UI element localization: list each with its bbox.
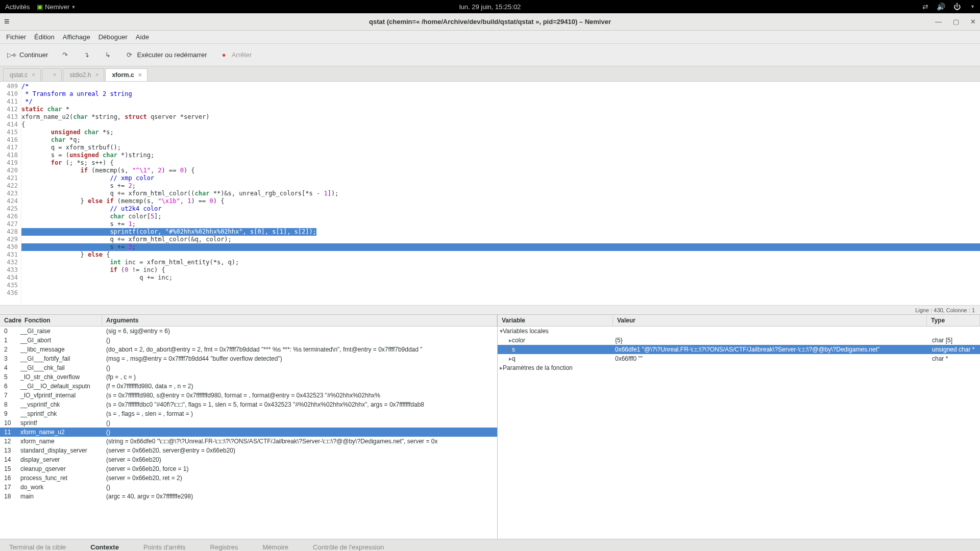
- stack-frame[interactable]: 13standard_display_server(server = 0x66e…: [0, 446, 497, 455]
- line-gutter: 4094104114124134144154164174184194204214…: [0, 82, 21, 305]
- step-into-icon: ↴: [82, 51, 91, 60]
- minimize-button[interactable]: —: [935, 18, 942, 26]
- stack-frame[interactable]: 17do_work(): [0, 483, 497, 492]
- continue-button[interactable]: ▷⎆Continuer: [4, 48, 51, 62]
- chevron-down-icon: ▼: [71, 5, 76, 10]
- stack-frame[interactable]: 4__GI___chk_fail(): [0, 363, 497, 372]
- menu-aide[interactable]: Aide: [133, 32, 152, 42]
- stack-frame[interactable]: 5_IO_str_chk_overflow(fp = , c = ): [0, 372, 497, 382]
- step-into-button[interactable]: ↴: [79, 48, 94, 62]
- network-icon[interactable]: ⇄: [922, 3, 928, 11]
- variables-header: Variable Valeur Type: [498, 315, 980, 327]
- btab-points[interactable]: Points d'arrêts: [140, 541, 189, 551]
- step-over-button[interactable]: ↷: [57, 48, 72, 62]
- stack-frame[interactable]: 12xform_name(string = 0x66dfe0 "\□□@\?\?…: [0, 437, 497, 446]
- disclosure-icon[interactable]: ▸: [509, 346, 512, 353]
- close-icon[interactable]: ×: [32, 71, 35, 79]
- source-editor[interactable]: 4094104114124134144154164174184194204214…: [0, 82, 980, 305]
- stack-frame[interactable]: 2__libc_message(do_abort = 2, do_abort@e…: [0, 345, 497, 354]
- variable-row[interactable]: ▸Paramètres de la fonction: [498, 363, 980, 372]
- stop-button: ●Arrêter: [216, 48, 255, 62]
- clock[interactable]: lun. 29 juin, 15:25:02: [459, 3, 521, 11]
- menubar: FichierÉditionAffichageDéboguerAide: [0, 31, 980, 44]
- toolbar: ▷⎆Continuer ↷ ↴ ↳ ⟳Exécuter ou redémarre…: [0, 44, 980, 66]
- disclosure-icon[interactable]: ▸: [509, 337, 512, 344]
- stack-frame[interactable]: 9__sprintf_chk(s = , flags = , slen = , …: [0, 409, 497, 418]
- run-button[interactable]: ⟳Exécuter ou redémarrer: [121, 48, 210, 62]
- maximize-button[interactable]: ▢: [953, 18, 959, 26]
- window-title: qstat (chemin=« /home/Archive/dev/build/…: [369, 18, 611, 26]
- variable-row[interactable]: ▾Variables locales: [498, 327, 980, 336]
- stack-frame[interactable]: 16process_func_ret(server = 0x66eb20, re…: [0, 473, 497, 483]
- bottom-tabs: Terminal de la cibleContextePoints d'arr…: [0, 539, 980, 551]
- source-code[interactable]: /* * Transform a unreal 2 string */stati…: [21, 82, 980, 305]
- stop-icon: ●: [219, 51, 229, 60]
- gnome-topbar: Activités ▣ Nemiver▼ lun. 29 juin, 15:25…: [0, 0, 980, 13]
- stack-frame[interactable]: 6__GI__IO_default_xsputn(f = 0x7fffffffd…: [0, 382, 497, 391]
- menu-affichage[interactable]: Affichage: [60, 32, 93, 42]
- stack-frame[interactable]: 7_IO_vfprintf_internal(s = 0x7fffffffd98…: [0, 391, 497, 400]
- menu-édition[interactable]: Édition: [31, 32, 58, 42]
- editor-tabs: qstat.c××stdio2.h×xform.c×: [0, 66, 980, 82]
- tab-stdio2h[interactable]: stdio2.h×: [63, 68, 104, 81]
- menu-fichier[interactable]: Fichier: [3, 32, 29, 42]
- menu-déboguer[interactable]: Déboguer: [95, 32, 131, 42]
- call-stack-panel[interactable]: Cadre Fonction Arguments 0__GI_raise(sig…: [0, 315, 498, 539]
- btab-terminal[interactable]: Terminal de la cible: [6, 541, 69, 551]
- btab-registres[interactable]: Registres: [207, 541, 241, 551]
- restart-icon: ⟳: [125, 51, 134, 60]
- stack-frame[interactable]: 0__GI_raise(sig = 6, sig@entry = 6): [0, 327, 497, 336]
- hamburger-icon[interactable]: ≡: [4, 16, 10, 27]
- close-icon[interactable]: ×: [138, 71, 142, 79]
- close-icon[interactable]: ×: [95, 71, 99, 79]
- close-button[interactable]: ✕: [970, 18, 976, 26]
- stack-frame[interactable]: 15cleanup_qserver(server = 0x66eb20, for…: [0, 464, 497, 473]
- stack-frame[interactable]: 11xform_name_u2(): [0, 428, 497, 437]
- nemiver-icon: ▣: [37, 3, 43, 11]
- stack-frame[interactable]: 8__vsprintf_chk(s = 0x7fffffffdbc0 "#40f…: [0, 400, 497, 409]
- stack-frame[interactable]: 14display_server(server = 0x66eb20): [0, 455, 497, 464]
- step-out-icon: ↳: [103, 51, 112, 60]
- variable-row[interactable]: ▸color{5}char [5]: [498, 336, 980, 345]
- continue-icon: ▷⎆: [7, 51, 16, 60]
- btab-contexte[interactable]: Contexte: [87, 541, 122, 551]
- btab-contrôle[interactable]: Contrôle de l'expression: [310, 541, 387, 551]
- tab-xformc[interactable]: xform.c×: [105, 68, 147, 81]
- variable-row[interactable]: ▸q0x66fff0 ""char *: [498, 354, 980, 363]
- disclosure-icon[interactable]: ▾: [500, 328, 503, 335]
- tab-qstatc[interactable]: qstat.c×: [3, 68, 41, 81]
- variables-panel[interactable]: Variable Valeur Type ▾Variables locales▸…: [498, 315, 980, 539]
- tab-disasmbly[interactable]: ×: [42, 68, 62, 81]
- call-stack-header: Cadre Fonction Arguments: [0, 315, 497, 327]
- disclosure-icon[interactable]: ▸: [500, 364, 503, 371]
- close-icon[interactable]: ×: [53, 71, 56, 79]
- stack-frame[interactable]: 10sprintf(): [0, 418, 497, 428]
- variable-row[interactable]: ▸s0x66dfe1 "@\?\?Unreal.FR-\□□\?\?ONS/AS…: [498, 345, 980, 354]
- step-over-icon: ↷: [60, 51, 69, 60]
- editor-statusbar: Ligne : 430, Colonne : 1: [0, 305, 980, 314]
- step-out-button[interactable]: ↳: [100, 48, 115, 62]
- disclosure-icon[interactable]: ▸: [509, 355, 512, 362]
- stack-frame[interactable]: 1__GI_abort(): [0, 336, 497, 345]
- volume-icon[interactable]: 🔊: [937, 3, 945, 11]
- stack-frame[interactable]: 3__GI___fortify_fail(msg = , msg@entry =…: [0, 354, 497, 363]
- app-menu[interactable]: ▣ Nemiver▼: [37, 3, 76, 11]
- power-icon[interactable]: ⏻: [953, 3, 961, 11]
- stack-frame[interactable]: 18main(argc = 40, argv = 0x7fffffffe298): [0, 492, 497, 501]
- btab-mémoire[interactable]: Mémoire: [260, 541, 292, 551]
- activities-button[interactable]: Activités: [5, 3, 30, 11]
- chevron-down-icon[interactable]: ▼: [970, 4, 975, 9]
- window-titlebar: ≡ qstat (chemin=« /home/Archive/dev/buil…: [0, 13, 980, 31]
